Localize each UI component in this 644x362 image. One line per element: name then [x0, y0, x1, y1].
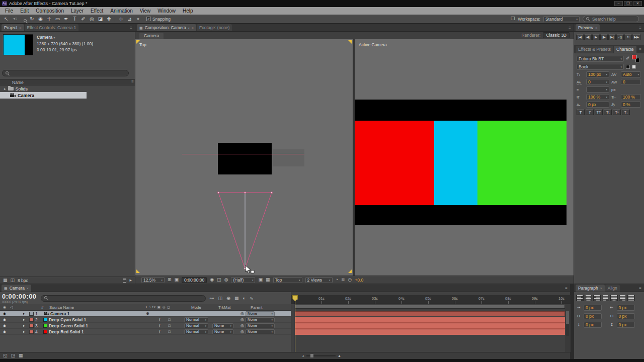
hide-shy-icon[interactable]: ◉	[226, 296, 230, 301]
clone-stamp-tool-icon[interactable]: ◎	[88, 15, 96, 23]
menu-edit[interactable]: Edit	[17, 8, 32, 14]
prev-frame-button[interactable]: ◀|	[584, 34, 592, 40]
menu-window[interactable]: Window	[154, 8, 179, 14]
mode-dropdown[interactable]: Normal▾	[184, 323, 208, 328]
layer-bar-camera[interactable]	[295, 311, 565, 316]
graph-editor-icon[interactable]: ∿	[250, 296, 254, 301]
show-snapshot-icon[interactable]: ◫	[217, 278, 221, 282]
comp-crumb-tab[interactable]: Camera	[139, 33, 164, 39]
menu-effect[interactable]: Effect	[87, 8, 107, 14]
transparency-grid-icon[interactable]: ▦	[266, 278, 270, 282]
draft-3d-icon[interactable]: ◫	[218, 296, 223, 301]
vertical-scale-field[interactable]: 100 %▾	[586, 94, 609, 100]
snapping-checkbox[interactable]: ✓	[146, 17, 151, 21]
tab-character[interactable]: Characte	[614, 46, 636, 53]
time-ruler[interactable]: 0s 01s 02s 03s 04s 05s 06s 07s 08s 09s 1…	[291, 295, 571, 304]
label-chip[interactable]	[29, 318, 34, 322]
mode-dropdown[interactable]: Normal▾	[184, 329, 208, 334]
layer-bar-deep-red[interactable]	[295, 329, 565, 335]
tab-paragraph[interactable]: Paragraph ×	[576, 285, 605, 292]
last-frame-button[interactable]: ▶|	[608, 34, 616, 40]
tab-composition[interactable]: ▦ Composition: Camera ▾ ×	[137, 24, 196, 31]
motion-blur-icon[interactable]: ◐	[243, 296, 246, 301]
layer-row-deep-red[interactable]: ◉ ▸ 4 Deep Red Solid 1 /□ Normal▾ None▾ …	[0, 329, 291, 335]
pixel-aspect-icon[interactable]: ◔	[336, 278, 338, 282]
pickwhip-icon[interactable]: ◎	[240, 317, 244, 322]
menu-composition[interactable]: Composition	[32, 8, 67, 14]
eye-icon[interactable]: ◉	[3, 312, 10, 316]
bit-depth[interactable]: 8 bpc	[18, 278, 28, 283]
twirl-icon[interactable]: ▸	[23, 324, 29, 328]
menu-help[interactable]: Help	[179, 8, 197, 14]
panel-menu-icon[interactable]: ≡	[568, 26, 572, 31]
ram-preview-button[interactable]: ▶▶	[632, 34, 640, 40]
brush-tool-icon[interactable]: ✐	[79, 15, 88, 23]
expand-layer-switches-icon[interactable]: ◱	[3, 353, 8, 358]
frame-blend-icon[interactable]: ▦	[234, 296, 239, 301]
camera-frustum-wireframe[interactable]	[216, 190, 274, 272]
last-line-indent-field[interactable]: 0 px	[617, 313, 635, 319]
pen-tool-icon[interactable]: ✒	[62, 15, 70, 23]
mode-column-header[interactable]: Mode	[188, 305, 218, 310]
current-timecode[interactable]: 0:00:00:00	[2, 293, 37, 300]
tab-preview[interactable]: Preview ×	[576, 24, 600, 31]
parent-dropdown[interactable]: None▾	[246, 329, 275, 334]
maximize-button[interactable]: ❐	[624, 1, 632, 6]
tsume-field[interactable]: 0 %	[621, 102, 641, 108]
stroke-over-fill-icon[interactable]	[626, 65, 630, 69]
leading-field[interactable]: 0▾	[586, 79, 609, 85]
panel-menu-icon[interactable]: ≡	[564, 286, 569, 292]
twirl-icon[interactable]: ▸	[23, 312, 29, 316]
3d-switch-icon[interactable]: □	[168, 324, 170, 327]
mini-flowchart-icon[interactable]: ⊶	[210, 296, 214, 301]
zoom-slider[interactable]	[306, 355, 336, 356]
tab-footage[interactable]: Footage: (none)	[197, 24, 232, 31]
tab-project[interactable]: Project ×	[2, 24, 24, 31]
trkmat-dropdown[interactable]: None▾	[212, 329, 233, 334]
panel-menu-icon[interactable]: ≡	[638, 286, 642, 292]
quality-switch-icon[interactable]: /	[159, 317, 160, 322]
icon-view-icon[interactable]: ◫	[11, 278, 15, 283]
region-of-interest-icon[interactable]: ▣	[258, 278, 263, 282]
parent-dropdown[interactable]: None▾	[246, 311, 275, 316]
layer-row-deep-cyan[interactable]: ◉ ▸ 2 Deep Cyan Solid 1 /□ Normal▾ ◎	[0, 317, 291, 323]
expand-in-out-icon[interactable]: ▦	[19, 353, 23, 358]
timeline-track-area[interactable]: 0s 01s 02s 03s 04s 05s 06s 07s 08s 09s 1…	[291, 292, 570, 352]
camera-tool-icon[interactable]: ◉	[36, 15, 45, 23]
parent-dropdown[interactable]: None▾	[246, 317, 275, 322]
work-area-bar[interactable]	[295, 305, 565, 309]
columns-icon[interactable]: ≡	[130, 79, 135, 85]
selection-tool-icon[interactable]: ↖	[2, 15, 11, 23]
first-frame-button[interactable]: |◀	[576, 34, 584, 40]
space-after-field[interactable]: 0 px	[617, 322, 635, 328]
label-chip[interactable]	[29, 324, 34, 328]
space-before-field[interactable]: 0 px	[584, 322, 602, 328]
tracking-field[interactable]: 0	[621, 79, 641, 85]
list-view-icon[interactable]: ▦	[3, 278, 8, 283]
all-caps-button[interactable]: TT	[595, 109, 603, 115]
channels-icon[interactable]: ◍	[224, 278, 228, 282]
world-axis-mode-icon[interactable]: ⊿	[125, 15, 134, 23]
subscript-button[interactable]: T₁	[622, 109, 630, 115]
quality-switch-icon[interactable]: /	[159, 323, 160, 328]
expand-transfer-controls-icon[interactable]: ◲	[11, 353, 16, 358]
shape-tool-icon[interactable]: ▭	[53, 15, 62, 23]
3d-switch-icon[interactable]: □	[168, 318, 170, 321]
minimize-button[interactable]: –	[614, 1, 623, 6]
menu-layer[interactable]: Layer	[67, 8, 87, 14]
fast-previews-icon[interactable]: ≋	[341, 278, 345, 282]
audio-button[interactable]: ◁)	[616, 34, 624, 40]
eraser-tool-icon[interactable]: ◪	[96, 15, 105, 23]
close-button[interactable]: ✕	[633, 1, 642, 6]
menu-view[interactable]: View	[136, 8, 154, 14]
layer-bar-deep-green[interactable]	[295, 323, 565, 329]
help-search-input[interactable]: Search Help	[583, 16, 639, 22]
hand-tool-icon[interactable]: ☜	[11, 15, 19, 23]
timeline-vertical-scrollbar[interactable]	[566, 311, 569, 336]
align-right-button[interactable]	[593, 295, 601, 301]
active-camera-view[interactable]: Active Camera	[355, 39, 574, 276]
pickwhip-icon[interactable]: ◎	[240, 323, 244, 328]
parent-column-header[interactable]: Parent	[246, 305, 291, 310]
faux-italic-button[interactable]: T	[586, 109, 594, 115]
tab-effects-presets[interactable]: Effects & Presets	[576, 46, 613, 53]
